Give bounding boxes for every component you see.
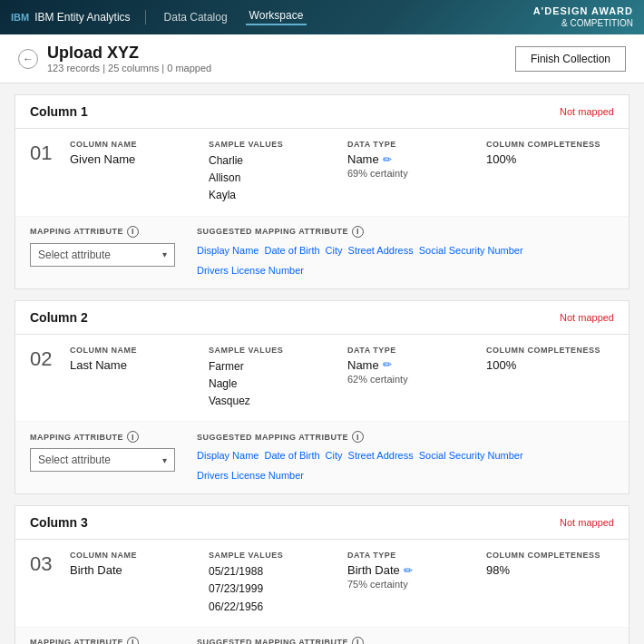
- finish-collection-button[interactable]: Finish Collection: [515, 46, 626, 72]
- mapping-attr-label-text: MAPPING ATTRIBUTE: [30, 433, 123, 442]
- completeness-value: 100%: [486, 152, 603, 166]
- suggested-info-icon[interactable]: i: [352, 431, 364, 443]
- suggested-label-text: SUGGESTED MAPPING ATTRIBUTE: [197, 638, 348, 644]
- column-name-block: COLUMN NAME Last Name: [70, 346, 198, 411]
- suggested-chip[interactable]: Social Security Number: [419, 448, 523, 463]
- mapping-attr-label-text: MAPPING ATTRIBUTE: [30, 638, 123, 644]
- suggested-chips-container: Display NameDate of BirthCityStreet Addr…: [197, 243, 614, 278]
- mapping-attr-label: MAPPING ATTRIBUTE i: [30, 226, 175, 238]
- completeness-value: 98%: [486, 563, 603, 577]
- mapping-row: MAPPING ATTRIBUTE i Select attribute ▾ S…: [15, 627, 629, 644]
- data-type-row: Birth Date ✏: [347, 563, 464, 577]
- column-info-section: COLUMN NAME Birth Date SAMPLE VALUES 05/…: [70, 551, 614, 616]
- column-name-label: COLUMN NAME: [70, 346, 187, 355]
- column-card-title: Column 1: [30, 104, 88, 119]
- suggested-info-icon[interactable]: i: [352, 226, 364, 238]
- mapping-attr-block: MAPPING ATTRIBUTE i Select attribute ▾: [30, 226, 175, 267]
- suggested-block: SUGGESTED MAPPING ATTRIBUTE i Display Na…: [197, 637, 614, 644]
- nav-workspace[interactable]: Workspace: [246, 9, 307, 25]
- suggested-chip[interactable]: Street Address: [348, 448, 414, 463]
- nav-logo: IBM IBM Entity Analytics: [11, 11, 131, 24]
- suggested-chip[interactable]: Date of Birth: [264, 448, 319, 463]
- completeness-block: COLUMN COMPLETENESS 100%: [475, 140, 614, 205]
- sample-value: Kayla: [209, 187, 326, 204]
- column-card-header: Column 2 Not mapped: [15, 301, 629, 335]
- completeness-block: COLUMN COMPLETENESS 98%: [475, 551, 614, 616]
- sample-values-list: CharlieAllisonKayla: [209, 152, 326, 205]
- column-number: 02: [30, 346, 63, 371]
- column-card-1: Column 1 Not mapped 01 COLUMN NAME Given…: [15, 94, 629, 289]
- certainty-text: 62% certainty: [347, 374, 464, 385]
- column-card-title: Column 2: [30, 310, 88, 325]
- completeness-label: COLUMN COMPLETENESS: [486, 346, 603, 355]
- data-type-edit-icon[interactable]: ✏: [404, 564, 413, 577]
- sample-values-list: FarmerNagleVasquez: [209, 358, 326, 411]
- not-mapped-badge: Not mapped: [560, 106, 614, 117]
- nav-logo-text: IBM Entity Analytics: [34, 11, 130, 24]
- data-type-label: DATA TYPE: [347, 551, 464, 560]
- chevron-down-icon: ▾: [162, 455, 167, 465]
- sample-value: Allison: [209, 170, 326, 187]
- mapping-info-icon[interactable]: i: [127, 637, 139, 644]
- suggested-chip[interactable]: City: [326, 448, 343, 463]
- suggested-label: SUGGESTED MAPPING ATTRIBUTE i: [197, 637, 614, 644]
- suggested-chip[interactable]: Date of Birth: [264, 243, 319, 258]
- certainty-text: 75% certainty: [347, 579, 464, 590]
- suggested-label: SUGGESTED MAPPING ATTRIBUTE i: [197, 431, 614, 443]
- suggested-chip[interactable]: Street Address: [348, 243, 414, 258]
- sample-value: 07/23/1999: [209, 581, 326, 598]
- suggested-chip[interactable]: Drivers License Number: [197, 263, 304, 278]
- data-type-block: DATA TYPE Birth Date ✏ 75% certainty: [337, 551, 475, 616]
- mapping-select-dropdown[interactable]: Select attribute ▾: [30, 448, 175, 472]
- mapping-attr-block: MAPPING ATTRIBUTE i Select attribute ▾: [30, 637, 175, 644]
- suggested-chip[interactable]: Display Name: [197, 243, 259, 258]
- mapping-attr-label: MAPPING ATTRIBUTE i: [30, 431, 175, 443]
- ibm-icon: IBM: [11, 12, 29, 23]
- columns-container: Column 1 Not mapped 01 COLUMN NAME Given…: [15, 94, 629, 644]
- nav-data-catalog[interactable]: Data Catalog: [161, 11, 231, 24]
- suggested-chip[interactable]: Display Name: [197, 448, 259, 463]
- column-data-row: 02 COLUMN NAME Last Name SAMPLE VALUES F…: [15, 335, 629, 422]
- data-type-edit-icon[interactable]: ✏: [383, 358, 392, 371]
- sample-values-list: 05/21/198807/23/199906/22/1956: [209, 563, 326, 616]
- sample-value: Nagle: [209, 376, 326, 393]
- certainty-text: 69% certainty: [347, 168, 464, 179]
- column-card-3: Column 3 Not mapped 03 COLUMN NAME Birth…: [15, 505, 629, 644]
- back-button[interactable]: ←: [18, 49, 38, 69]
- column-card-2: Column 2 Not mapped 02 COLUMN NAME Last …: [15, 300, 629, 495]
- not-mapped-badge: Not mapped: [560, 517, 614, 528]
- completeness-value: 100%: [486, 358, 603, 372]
- suggested-chip[interactable]: Drivers License Number: [197, 468, 304, 483]
- mapping-placeholder: Select attribute: [38, 454, 111, 466]
- data-type-value: Name: [347, 358, 379, 372]
- sample-values-label: SAMPLE VALUES: [209, 140, 326, 149]
- column-name-label: COLUMN NAME: [70, 140, 187, 149]
- column-name-block: COLUMN NAME Birth Date: [70, 551, 198, 616]
- suggested-label: SUGGESTED MAPPING ATTRIBUTE i: [197, 226, 614, 238]
- column-name-label: COLUMN NAME: [70, 551, 187, 560]
- sample-values-block: SAMPLE VALUES FarmerNagleVasquez: [198, 346, 337, 411]
- nav-divider: [145, 10, 146, 24]
- mapping-info-icon[interactable]: i: [127, 226, 139, 238]
- mapping-row: MAPPING ATTRIBUTE i Select attribute ▾ S…: [15, 421, 629, 493]
- mapping-info-icon[interactable]: i: [127, 431, 139, 443]
- data-type-row: Name ✏: [347, 358, 464, 372]
- column-data-row: 03 COLUMN NAME Birth Date SAMPLE VALUES …: [15, 540, 629, 627]
- column-data-row: 01 COLUMN NAME Given Name SAMPLE VALUES …: [15, 129, 629, 216]
- column-name-value: Given Name: [70, 152, 187, 166]
- column-name-block: COLUMN NAME Given Name: [70, 140, 198, 205]
- column-info-section: COLUMN NAME Given Name SAMPLE VALUES Cha…: [70, 140, 614, 205]
- sample-values-block: SAMPLE VALUES CharlieAllisonKayla: [198, 140, 337, 205]
- sample-value: 05/21/1988: [209, 563, 326, 581]
- column-card-header: Column 3 Not mapped: [15, 506, 629, 540]
- mapping-select-dropdown[interactable]: Select attribute ▾: [30, 243, 175, 267]
- suggested-info-icon[interactable]: i: [352, 637, 364, 644]
- not-mapped-badge: Not mapped: [560, 312, 614, 323]
- suggested-chip[interactable]: City: [326, 243, 343, 258]
- sample-value: 06/22/1956: [209, 599, 326, 616]
- suggested-chip[interactable]: Social Security Number: [419, 243, 523, 258]
- completeness-label: COLUMN COMPLETENESS: [486, 551, 603, 560]
- data-type-edit-icon[interactable]: ✏: [383, 153, 392, 166]
- suggested-label-text: SUGGESTED MAPPING ATTRIBUTE: [197, 227, 348, 236]
- chevron-down-icon: ▾: [162, 249, 167, 259]
